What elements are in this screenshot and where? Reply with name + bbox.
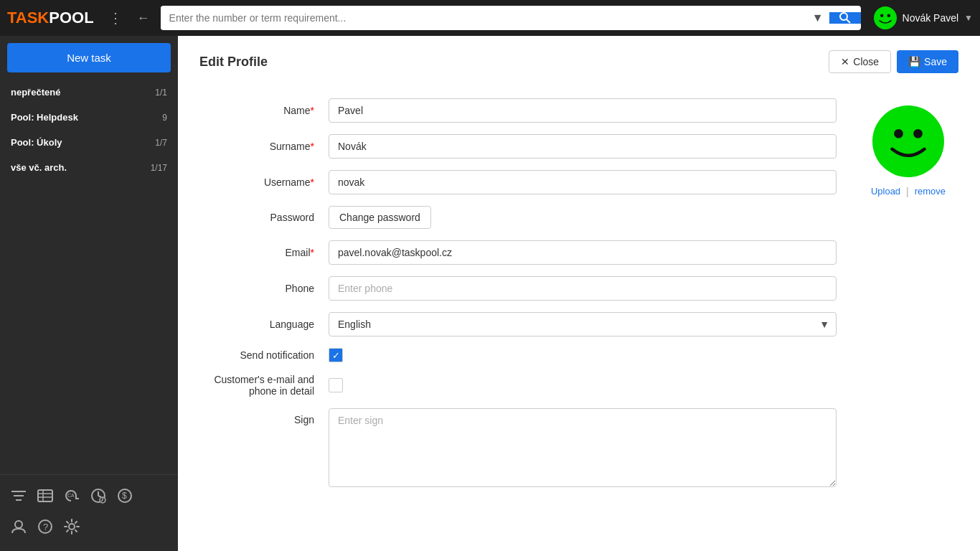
- sidebar-item-label: nepřečtené: [11, 87, 60, 98]
- remove-avatar-link[interactable]: remove: [915, 186, 946, 197]
- close-label: Close: [853, 56, 879, 67]
- svg-line-15: [98, 496, 101, 497]
- surname-row: Surname*: [199, 134, 837, 159]
- person-icon[interactable]: [11, 519, 27, 538]
- sidebar-item-helpdesk[interactable]: Pool: Helpdesk 9: [0, 105, 178, 130]
- change-password-button[interactable]: Change password: [329, 206, 431, 229]
- svg-point-27: [913, 129, 923, 138]
- app-logo: TASKPOOL: [7, 9, 94, 27]
- svg-text:?: ?: [43, 522, 48, 532]
- surname-input[interactable]: [329, 134, 837, 159]
- username-label: Username*: [199, 176, 329, 188]
- svg-point-3: [880, 14, 882, 17]
- logo-pool: POOL: [49, 9, 93, 27]
- sidebar-item-count: 1/7: [155, 138, 167, 148]
- sidebar-item-vse[interactable]: vše vč. arch. 1/17: [0, 155, 178, 180]
- email-row: Email*: [199, 240, 837, 265]
- sidebar-item-label: Pool: Helpdesk: [11, 112, 78, 123]
- avatar-section: Upload | remove: [858, 98, 958, 499]
- sidebar: New task nepřečtené 1/1 Pool: Helpdesk 9…: [0, 36, 178, 551]
- form-layout: Name* Surname* Username*: [199, 98, 958, 499]
- user-chevron-icon: ▼: [964, 13, 973, 23]
- main-container: New task nepřečtené 1/1 Pool: Helpdesk 9…: [0, 36, 980, 551]
- sidebar-bottom-icons: ?: [7, 513, 171, 544]
- user-menu[interactable]: Novák Pavel ▼: [874, 6, 973, 29]
- sidebar-item-label: vše vč. arch.: [11, 162, 67, 173]
- svg-point-2: [874, 7, 896, 29]
- sidebar-items: nepřečtené 1/1 Pool: Helpdesk 9 Pool: Úk…: [0, 76, 178, 474]
- search-input[interactable]: [161, 6, 806, 29]
- filter-icon[interactable]: [11, 489, 27, 506]
- close-button[interactable]: ✕ Close: [829, 50, 891, 73]
- sidebar-item-neprecitene[interactable]: nepřečtené 1/1: [0, 80, 178, 105]
- new-task-button[interactable]: New task: [7, 43, 171, 72]
- sidebar-item-count: 9: [162, 113, 167, 123]
- main-content: Edit Profile ✕ Close 💾 Save: [178, 36, 980, 551]
- sign-label: Sign: [199, 408, 329, 425]
- language-row: Language English Czech Slovak German ▼: [199, 312, 837, 336]
- user-avatar: [874, 6, 897, 29]
- form-title: Edit Profile: [199, 55, 268, 70]
- sign-row: Sign: [199, 408, 837, 487]
- sidebar-top-icons: CA $: [7, 482, 171, 513]
- clock-icon[interactable]: [90, 488, 106, 507]
- customer-email-label: Customer's e-mail and phone in detail: [199, 374, 329, 397]
- username-row: Username*: [199, 170, 837, 194]
- profile-avatar: [872, 105, 944, 177]
- name-label: Name*: [199, 105, 329, 116]
- phone-label: Phone: [199, 283, 329, 294]
- money-icon[interactable]: $: [117, 488, 133, 507]
- customer-email-row: Customer's e-mail and phone in detail: [199, 374, 837, 397]
- settings-icon[interactable]: [64, 519, 80, 538]
- sidebar-item-count: 1/1: [155, 88, 167, 98]
- language-select[interactable]: English Czech Slovak German: [329, 312, 837, 336]
- edit-profile-container: Edit Profile ✕ Close 💾 Save: [178, 36, 980, 551]
- save-disk-icon: 💾: [908, 56, 920, 67]
- svg-line-1: [847, 19, 850, 23]
- sidebar-footer: CA $: [0, 474, 178, 551]
- form-header-actions: ✕ Close 💾 Save: [829, 50, 958, 73]
- customer-email-checkbox[interactable]: [329, 378, 343, 392]
- svg-point-26: [894, 129, 903, 138]
- email-input[interactable]: [329, 240, 837, 265]
- back-icon[interactable]: ←: [133, 11, 154, 26]
- upload-avatar-link[interactable]: Upload: [871, 186, 900, 197]
- surname-label: Surname*: [199, 141, 329, 152]
- send-notification-label: Send notification: [199, 349, 329, 361]
- svg-rect-8: [38, 490, 52, 501]
- search-dropdown-button[interactable]: ▼: [806, 6, 829, 30]
- name-row: Name*: [199, 98, 837, 123]
- save-button[interactable]: 💾 Save: [897, 50, 958, 73]
- autoresponder-icon[interactable]: CA: [64, 489, 80, 507]
- app-header: TASKPOOL ⋮ ← ▼ Novák Pavel ▼: [0, 0, 980, 36]
- send-notification-row: Send notification ✓: [199, 348, 837, 362]
- save-label: Save: [924, 56, 947, 67]
- password-row: Password Change password: [199, 206, 837, 229]
- password-label: Password: [199, 212, 329, 223]
- svg-point-24: [69, 524, 75, 529]
- more-options-icon[interactable]: ⋮: [105, 9, 126, 27]
- profile-smiley-icon: [876, 109, 941, 174]
- search-bar: ▼: [161, 6, 861, 30]
- svg-point-21: [15, 521, 22, 528]
- phone-input[interactable]: [329, 276, 837, 301]
- search-submit-button[interactable]: [829, 12, 861, 24]
- checkmark-icon: ✓: [332, 350, 340, 361]
- form-header: Edit Profile ✕ Close 💾 Save: [199, 50, 958, 80]
- table-icon[interactable]: [37, 489, 53, 506]
- svg-point-25: [877, 110, 939, 172]
- svg-text:CA: CA: [67, 493, 75, 498]
- send-notification-checkbox[interactable]: ✓: [329, 348, 343, 362]
- username-input[interactable]: [329, 170, 837, 194]
- sign-textarea[interactable]: [329, 408, 837, 487]
- search-icon: [839, 12, 851, 24]
- avatar-actions: Upload | remove: [871, 186, 946, 197]
- help-icon[interactable]: ?: [37, 519, 53, 538]
- close-x-icon: ✕: [841, 56, 849, 67]
- sidebar-item-count: 1/17: [151, 163, 167, 173]
- sidebar-item-ukoly[interactable]: Pool: Úkoly 1/7: [0, 130, 178, 155]
- svg-point-4: [887, 14, 890, 17]
- language-select-wrapper: English Czech Slovak German ▼: [329, 312, 837, 336]
- email-label: Email*: [199, 247, 329, 258]
- name-input[interactable]: [329, 98, 837, 123]
